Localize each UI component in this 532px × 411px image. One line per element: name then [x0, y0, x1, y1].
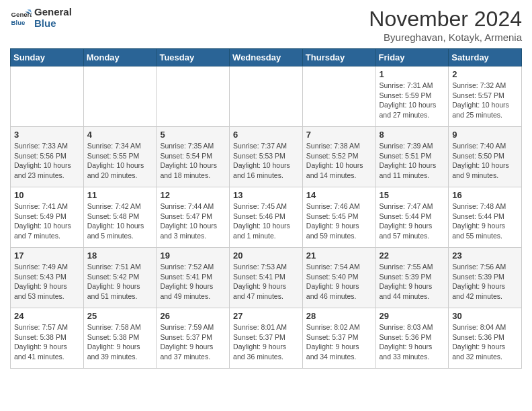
day-info: Sunrise: 7:59 AM Sunset: 5:37 PM Dayligh… [160, 322, 226, 362]
day-cell: 6Sunrise: 7:37 AM Sunset: 5:53 PM Daylig… [230, 127, 303, 187]
day-number: 9 [452, 130, 518, 140]
day-number: 24 [14, 311, 80, 321]
day-cell [230, 66, 303, 127]
col-thursday: Thursday [302, 49, 375, 66]
col-friday: Friday [375, 49, 449, 66]
header: General Blue General Blue November 2024 … [10, 7, 522, 43]
day-cell: 10Sunrise: 7:41 AM Sunset: 5:49 PM Dayli… [11, 187, 84, 248]
day-number: 26 [160, 311, 226, 321]
day-cell [302, 66, 375, 127]
day-cell: 8Sunrise: 7:39 AM Sunset: 5:51 PM Daylig… [375, 127, 449, 187]
logo-general: General [34, 7, 72, 18]
day-info: Sunrise: 7:54 AM Sunset: 5:40 PM Dayligh… [306, 262, 372, 302]
day-cell: 23Sunrise: 7:56 AM Sunset: 5:39 PM Dayli… [449, 248, 522, 308]
day-cell: 1Sunrise: 7:31 AM Sunset: 5:59 PM Daylig… [375, 66, 449, 127]
week-row-3: 10Sunrise: 7:41 AM Sunset: 5:49 PM Dayli… [11, 187, 522, 248]
day-info: Sunrise: 7:34 AM Sunset: 5:55 PM Dayligh… [87, 141, 153, 181]
day-cell: 3Sunrise: 7:33 AM Sunset: 5:56 PM Daylig… [11, 127, 84, 187]
week-row-5: 24Sunrise: 7:57 AM Sunset: 5:38 PM Dayli… [11, 308, 522, 369]
calendar-header: Sunday Monday Tuesday Wednesday Thursday… [11, 49, 522, 66]
day-cell: 12Sunrise: 7:44 AM Sunset: 5:47 PM Dayli… [157, 187, 230, 248]
day-number: 17 [14, 250, 80, 261]
day-cell: 11Sunrise: 7:42 AM Sunset: 5:48 PM Dayli… [83, 187, 157, 248]
day-info: Sunrise: 7:41 AM Sunset: 5:49 PM Dayligh… [14, 201, 80, 241]
day-info: Sunrise: 7:35 AM Sunset: 5:54 PM Dayligh… [160, 141, 226, 181]
day-cell: 27Sunrise: 8:01 AM Sunset: 5:37 PM Dayli… [230, 308, 303, 369]
day-number: 25 [87, 311, 153, 321]
day-cell: 25Sunrise: 7:58 AM Sunset: 5:38 PM Dayli… [83, 308, 157, 369]
calendar-table: Sunday Monday Tuesday Wednesday Thursday… [10, 48, 522, 369]
day-info: Sunrise: 7:55 AM Sunset: 5:39 PM Dayligh… [380, 262, 445, 302]
page-container: General Blue General Blue November 2024 … [0, 0, 532, 375]
day-cell: 18Sunrise: 7:51 AM Sunset: 5:42 PM Dayli… [83, 248, 157, 308]
day-cell: 13Sunrise: 7:45 AM Sunset: 5:46 PM Dayli… [230, 187, 303, 248]
day-number: 1 [380, 69, 445, 79]
day-number: 2 [452, 69, 518, 79]
col-tuesday: Tuesday [157, 49, 230, 66]
day-info: Sunrise: 7:46 AM Sunset: 5:45 PM Dayligh… [306, 201, 372, 241]
calendar-body: 1Sunrise: 7:31 AM Sunset: 5:59 PM Daylig… [11, 66, 522, 369]
header-row: Sunday Monday Tuesday Wednesday Thursday… [11, 49, 522, 66]
day-info: Sunrise: 7:32 AM Sunset: 5:57 PM Dayligh… [452, 81, 518, 120]
day-number: 4 [87, 130, 153, 140]
logo-blue: Blue [34, 18, 72, 30]
day-info: Sunrise: 7:31 AM Sunset: 5:59 PM Dayligh… [380, 81, 445, 120]
day-cell: 29Sunrise: 8:03 AM Sunset: 5:36 PM Dayli… [375, 308, 449, 369]
day-info: Sunrise: 7:40 AM Sunset: 5:50 PM Dayligh… [452, 141, 518, 181]
logo-icon: General Blue [10, 7, 32, 29]
subtitle: Byureghavan, Kotayk, Armenia [369, 32, 522, 43]
day-info: Sunrise: 7:53 AM Sunset: 5:41 PM Dayligh… [233, 262, 299, 302]
day-info: Sunrise: 7:51 AM Sunset: 5:42 PM Dayligh… [87, 262, 153, 302]
day-cell: 16Sunrise: 7:48 AM Sunset: 5:44 PM Dayli… [449, 187, 522, 248]
svg-text:Blue: Blue [11, 18, 26, 26]
day-cell [157, 66, 230, 127]
day-cell: 30Sunrise: 8:04 AM Sunset: 5:36 PM Dayli… [449, 308, 522, 369]
day-info: Sunrise: 7:56 AM Sunset: 5:39 PM Dayligh… [452, 262, 518, 302]
day-number: 30 [452, 311, 518, 321]
week-row-4: 17Sunrise: 7:49 AM Sunset: 5:43 PM Dayli… [11, 248, 522, 308]
day-info: Sunrise: 8:03 AM Sunset: 5:36 PM Dayligh… [380, 322, 445, 362]
day-info: Sunrise: 7:52 AM Sunset: 5:41 PM Dayligh… [160, 262, 226, 302]
day-cell: 19Sunrise: 7:52 AM Sunset: 5:41 PM Dayli… [157, 248, 230, 308]
day-number: 28 [306, 311, 372, 321]
day-info: Sunrise: 8:04 AM Sunset: 5:36 PM Dayligh… [452, 322, 518, 362]
logo-text: General Blue [34, 7, 72, 29]
day-info: Sunrise: 7:48 AM Sunset: 5:44 PM Dayligh… [452, 201, 518, 241]
day-number: 7 [306, 130, 372, 140]
day-cell: 7Sunrise: 7:38 AM Sunset: 5:52 PM Daylig… [302, 127, 375, 187]
day-number: 10 [14, 190, 80, 200]
day-cell: 21Sunrise: 7:54 AM Sunset: 5:40 PM Dayli… [302, 248, 375, 308]
day-info: Sunrise: 8:01 AM Sunset: 5:37 PM Dayligh… [233, 322, 299, 362]
day-info: Sunrise: 7:38 AM Sunset: 5:52 PM Dayligh… [306, 141, 372, 181]
day-info: Sunrise: 7:33 AM Sunset: 5:56 PM Dayligh… [14, 141, 80, 181]
day-info: Sunrise: 7:42 AM Sunset: 5:48 PM Dayligh… [87, 201, 153, 241]
day-cell: 9Sunrise: 7:40 AM Sunset: 5:50 PM Daylig… [449, 127, 522, 187]
day-number: 20 [233, 250, 299, 261]
day-info: Sunrise: 7:37 AM Sunset: 5:53 PM Dayligh… [233, 141, 299, 181]
day-number: 21 [306, 250, 372, 261]
day-info: Sunrise: 8:02 AM Sunset: 5:37 PM Dayligh… [306, 322, 372, 362]
logo: General Blue General Blue [10, 7, 72, 29]
day-cell: 22Sunrise: 7:55 AM Sunset: 5:39 PM Dayli… [375, 248, 449, 308]
day-cell: 26Sunrise: 7:59 AM Sunset: 5:37 PM Dayli… [157, 308, 230, 369]
day-info: Sunrise: 7:39 AM Sunset: 5:51 PM Dayligh… [380, 141, 445, 181]
day-info: Sunrise: 7:47 AM Sunset: 5:44 PM Dayligh… [380, 201, 445, 241]
day-cell: 20Sunrise: 7:53 AM Sunset: 5:41 PM Dayli… [230, 248, 303, 308]
day-number: 16 [452, 190, 518, 200]
day-cell: 28Sunrise: 8:02 AM Sunset: 5:37 PM Dayli… [302, 308, 375, 369]
day-number: 8 [380, 130, 445, 140]
month-title: November 2024 [369, 7, 522, 32]
day-number: 5 [160, 130, 226, 140]
day-number: 18 [87, 250, 153, 261]
day-number: 23 [452, 250, 518, 261]
day-cell: 17Sunrise: 7:49 AM Sunset: 5:43 PM Dayli… [11, 248, 84, 308]
day-number: 29 [380, 311, 445, 321]
day-number: 6 [233, 130, 299, 140]
title-block: November 2024 Byureghavan, Kotayk, Armen… [369, 7, 522, 43]
week-row-2: 3Sunrise: 7:33 AM Sunset: 5:56 PM Daylig… [11, 127, 522, 187]
day-cell: 4Sunrise: 7:34 AM Sunset: 5:55 PM Daylig… [83, 127, 157, 187]
day-info: Sunrise: 7:49 AM Sunset: 5:43 PM Dayligh… [14, 262, 80, 302]
day-cell: 15Sunrise: 7:47 AM Sunset: 5:44 PM Dayli… [375, 187, 449, 248]
day-number: 13 [233, 190, 299, 200]
day-number: 11 [87, 190, 153, 200]
